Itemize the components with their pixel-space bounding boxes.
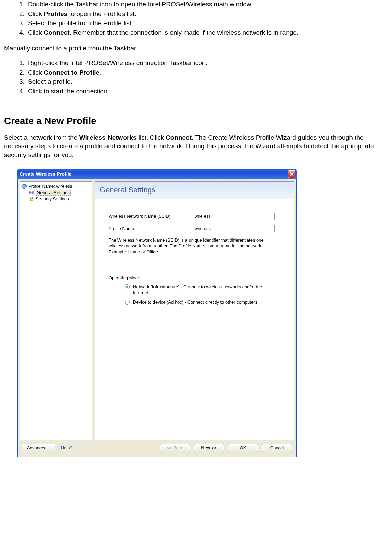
cancel-button[interactable]: Cancel — [262, 444, 292, 452]
profile-name-label: Profile Name: — [109, 226, 193, 231]
tree-label: Security Settings — [36, 196, 69, 201]
profile-name-input[interactable] — [193, 225, 275, 232]
list-item: Right-click the Intel PROSet/Wireless co… — [27, 59, 389, 67]
back-button[interactable]: << Back — [160, 444, 190, 452]
tree-root-profile[interactable]: Profile Name: wireless — [21, 184, 90, 189]
intro-paragraph: Select a network from the Wireless Netwo… — [4, 133, 388, 159]
advanced-button[interactable]: Advanced... — [22, 444, 55, 452]
list-item: Click Connect. Remember that the connect… — [27, 28, 389, 37]
network-icon — [29, 190, 34, 196]
ssid-label: Wireless Network Name (SSID): — [109, 214, 193, 219]
tree-label: General Settings — [36, 190, 71, 196]
operating-mode-label: Operating Mode: — [109, 275, 286, 280]
help-link[interactable]: Help? — [61, 445, 72, 450]
ssid-help-text: The Wireless Network Name (SSID) is a un… — [109, 237, 273, 255]
radio-infrastructure[interactable]: Network (Infrastructure) - Connect to wi… — [125, 284, 273, 296]
steps-list-main: Double-click the Taskbar icon to open th… — [3, 0, 389, 37]
wizard-button-row: Advanced... Help? << Back Next >> OK Can… — [20, 440, 294, 453]
steps-list-taskbar: Right-click the Intel PROSet/Wireless co… — [3, 59, 389, 96]
paragraph-manual: Manually connect to a profile from the T… — [4, 44, 388, 53]
radio-label: Network (Infrastructure) - Connect to wi… — [133, 284, 273, 296]
wizard-content-pane: General Settings Wireless Network Name (… — [95, 181, 294, 440]
create-wireless-profile-window: Create Wireless Profile Profile Name: wi… — [17, 169, 297, 457]
panel-header: General Settings — [95, 182, 294, 199]
heading-create-profile: Create a New Profile — [4, 115, 388, 126]
radio-adhoc[interactable]: Device to device (Ad hoc) - Connect dire… — [125, 299, 273, 305]
radio-label: Device to device (Ad hoc) - Connect dire… — [133, 299, 259, 305]
section-divider — [3, 105, 389, 105]
close-icon — [290, 170, 294, 178]
list-item: Double-click the Taskbar icon to open th… — [27, 0, 389, 9]
tree-item-general[interactable]: General Settings — [29, 190, 90, 196]
close-button[interactable] — [288, 170, 295, 178]
tree-label: Profile Name: wireless — [28, 184, 72, 189]
next-button[interactable]: Next >> — [194, 444, 224, 452]
window-title: Create Wireless Profile — [20, 171, 288, 177]
list-item: Click Connect to Profile. — [27, 68, 389, 77]
svg-rect-2 — [32, 192, 34, 193]
panel-title: General Settings — [100, 186, 289, 195]
radio-icon[interactable] — [125, 284, 130, 289]
globe-icon — [21, 184, 27, 189]
ok-button[interactable]: OK — [228, 444, 258, 452]
radio-icon[interactable] — [125, 300, 130, 305]
lock-icon — [29, 196, 34, 202]
list-item: Select the profile from the Profile list… — [27, 19, 389, 28]
tree-item-security[interactable]: Security Settings — [29, 196, 90, 202]
svg-rect-1 — [29, 192, 31, 193]
list-item: Click Profiles to open the Profiles list… — [27, 10, 389, 18]
window-titlebar[interactable]: Create Wireless Profile — [17, 169, 297, 179]
ssid-input[interactable] — [193, 213, 275, 220]
list-item: Click to start the connection. — [27, 87, 389, 96]
wizard-tree[interactable]: Profile Name: wireless General Settings … — [20, 181, 92, 440]
svg-rect-3 — [30, 199, 33, 201]
list-item: Select a profile. — [27, 77, 389, 86]
